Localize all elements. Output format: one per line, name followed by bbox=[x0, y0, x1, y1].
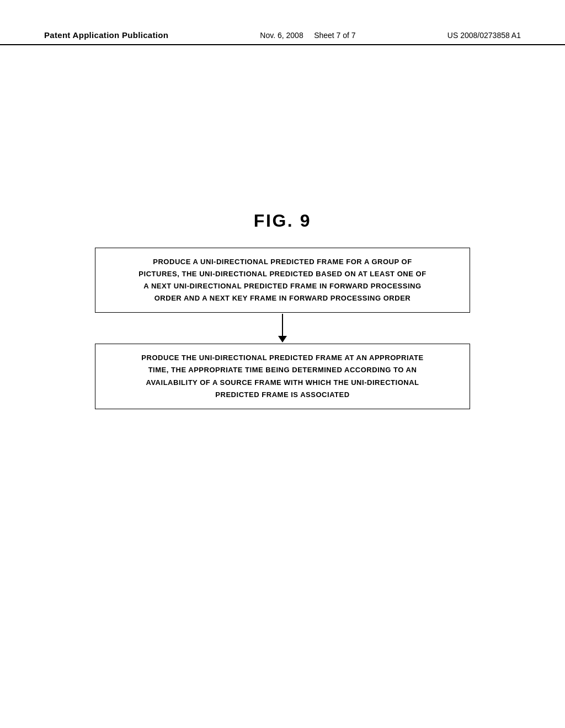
flowchart-box-2-text: PRODUCE THE UNI-DIRECTIONAL PREDICTED FR… bbox=[141, 354, 423, 398]
publication-label: Patent Application Publication bbox=[44, 30, 168, 40]
date-and-sheet: Nov. 6, 2008 Sheet 7 of 7 bbox=[260, 31, 355, 40]
date-label: Nov. 6, 2008 bbox=[260, 31, 303, 40]
arrow-head-1 bbox=[278, 336, 287, 342]
figure-title: FIG. 9 bbox=[44, 211, 521, 231]
arrow-1 bbox=[278, 314, 287, 342]
patent-number-label: US 2008/0273858 A1 bbox=[447, 31, 521, 40]
arrow-line-1 bbox=[282, 314, 283, 336]
flowchart-box-1: PRODUCE A UNI-DIRECTIONAL PREDICTED FRAM… bbox=[95, 248, 470, 313]
main-content: FIG. 9 PRODUCE A UNI-DIRECTIONAL PREDICT… bbox=[0, 45, 565, 431]
page-header: Patent Application Publication Nov. 6, 2… bbox=[0, 0, 565, 45]
sheet-label: Sheet 7 of 7 bbox=[314, 31, 356, 40]
flowchart-box-2: PRODUCE THE UNI-DIRECTIONAL PREDICTED FR… bbox=[95, 344, 470, 409]
flowchart: PRODUCE A UNI-DIRECTIONAL PREDICTED FRAM… bbox=[44, 248, 521, 409]
patent-page: Patent Application Publication Nov. 6, 2… bbox=[0, 0, 565, 728]
flowchart-box-1-text: PRODUCE A UNI-DIRECTIONAL PREDICTED FRAM… bbox=[138, 258, 426, 302]
